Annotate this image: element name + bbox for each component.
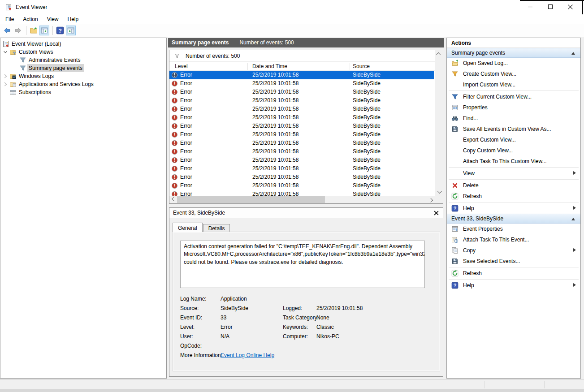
action-item-copy-custom-view[interactable]: Copy Custom View... — [447, 145, 580, 156]
action-item-view[interactable]: View — [447, 168, 580, 179]
action-item-import-custom-view[interactable]: Import Custom View... — [447, 79, 580, 90]
action-item-copy[interactable]: Copy — [447, 245, 580, 256]
event-row[interactable]: !Error25/2/2019 10:01:58SideBySide — [169, 190, 434, 196]
tree-item-event-viewer-local[interactable]: Event Viewer (Local) — [0, 40, 166, 48]
keywords-label: Keywords: — [283, 324, 316, 333]
tab-general[interactable]: General — [173, 223, 203, 232]
tree-item-summary-page-events[interactable]: Summary page events — [0, 64, 166, 72]
event-row[interactable]: !Error25/2/2019 10:01:58SideBySide — [169, 164, 434, 173]
action-item-export-custom-view[interactable]: Export Custom View... — [447, 134, 580, 145]
column-divider[interactable] — [247, 63, 248, 70]
event-row[interactable]: !Error25/2/2019 10:01:58SideBySide — [169, 105, 434, 113]
event-level-cell: Error — [180, 79, 192, 88]
event-log-online-help-link[interactable]: Event Log Online Help — [221, 352, 363, 362]
column-divider[interactable] — [350, 63, 350, 70]
vertical-scrollbar[interactable] — [435, 50, 443, 196]
action-item-create-custom-view[interactable]: Create Custom View... — [447, 69, 580, 79]
event-level-cell: Error — [180, 96, 192, 105]
scroll-down-button[interactable] — [435, 188, 443, 196]
event-row[interactable]: !Error25/2/2019 10:01:58SideBySide — [169, 130, 434, 139]
close-button[interactable] — [560, 0, 580, 13]
minimize-button[interactable] — [520, 0, 540, 13]
column-header-date[interactable]: Date and Time — [252, 62, 287, 71]
action-item-help[interactable]: ?Help — [447, 280, 580, 291]
action-item-find[interactable]: Find... — [447, 113, 580, 124]
action-item-save-all-events-in-custom-view-as[interactable]: Save All Events in Custom View As... — [447, 124, 580, 134]
scroll-up-button[interactable] — [435, 50, 443, 58]
close-details-icon[interactable] — [434, 211, 439, 215]
action-item-filter-current-custom-view[interactable]: Filter Current Custom View... — [447, 91, 580, 102]
event-row[interactable]: !Error25/2/2019 10:01:58SideBySide — [169, 139, 434, 147]
error-level-icon: ! — [172, 140, 177, 146]
export-log-button[interactable] — [29, 26, 39, 35]
action-item-help[interactable]: ?Help — [447, 203, 580, 214]
tree-item-applications-and-services-logs[interactable]: Applications and Services Logs — [0, 80, 166, 88]
forward-button[interactable] — [13, 26, 23, 35]
event-datetime-cell: 25/2/2019 10:01:58 — [252, 79, 298, 88]
action-item-save-selected-events[interactable]: Save Selected Events... — [447, 256, 580, 267]
titlebar: Event Viewer — [0, 0, 584, 14]
help-button[interactable]: ? — [55, 26, 65, 35]
action-item-event-properties[interactable]: Event Properties — [447, 224, 580, 234]
event-row[interactable]: !Error25/2/2019 10:01:58SideBySide — [169, 88, 434, 96]
event-source-cell: SideBySide — [353, 181, 381, 190]
expander-collapsed-icon[interactable] — [2, 81, 9, 87]
menu-action[interactable]: Action — [18, 15, 42, 24]
action-item-refresh[interactable]: Refresh — [447, 268, 580, 279]
expander-collapsed-icon[interactable] — [2, 73, 9, 79]
column-header-source[interactable]: Source — [353, 62, 370, 71]
horizontal-scrollbar[interactable] — [169, 196, 435, 203]
event-details-title: Event 33, SideBySide — [173, 210, 225, 216]
column-header-level[interactable]: Level — [175, 62, 188, 71]
event-details-pane: Event 33, SideBySide General Details Act… — [169, 207, 443, 377]
action-item-label: Copy — [463, 245, 476, 256]
scroll-left-button[interactable] — [169, 196, 177, 203]
computer-value: Nikos-PC — [316, 333, 363, 343]
tree-item-windows-logs[interactable]: Windows Logs — [0, 72, 166, 80]
event-fields: Log Name: Application Source: SideBySide… — [180, 296, 363, 362]
collapse-section-icon[interactable] — [571, 218, 575, 220]
filter-icon — [19, 65, 26, 72]
back-button[interactable] — [2, 26, 12, 35]
event-row[interactable]: !Error25/2/2019 10:01:58SideBySide — [169, 71, 434, 79]
tree-item-administrative-events[interactable]: Administrative Events — [0, 56, 166, 64]
collapse-section-icon[interactable] — [571, 52, 575, 55]
action-item-properties[interactable]: Properties — [447, 102, 580, 113]
menu-file[interactable]: File — [1, 15, 18, 24]
action-item-open-saved-log[interactable]: Open Saved Log... — [447, 58, 580, 69]
toggle-console-tree-button[interactable] — [39, 26, 49, 35]
event-datetime-cell: 25/2/2019 10:01:58 — [252, 105, 298, 113]
error-level-icon: ! — [172, 174, 177, 180]
event-description[interactable]: Activation context generation failed for… — [180, 241, 425, 288]
event-row[interactable]: !Error25/2/2019 10:01:58SideBySide — [169, 122, 434, 130]
event-row[interactable]: !Error25/2/2019 10:01:58SideBySide — [169, 96, 434, 105]
menu-view[interactable]: View — [43, 15, 63, 24]
tree-item-custom-views[interactable]: Custom Views — [0, 48, 166, 56]
event-row[interactable]: !Error25/2/2019 10:01:58SideBySide — [169, 156, 434, 164]
toggle-action-pane-button[interactable] — [66, 26, 76, 35]
action-item-attach-task-to-this-custom-view[interactable]: Attach Task To This Custom View... — [447, 156, 580, 167]
action-item-refresh[interactable]: Refresh — [447, 191, 580, 202]
folder-apps-icon — [9, 81, 17, 88]
event-row[interactable]: !Error25/2/2019 10:01:58SideBySide — [169, 147, 434, 156]
scroll-right-button[interactable] — [428, 196, 435, 203]
horizontal-scroll-thumb[interactable] — [177, 196, 325, 203]
event-row[interactable]: !Error25/2/2019 10:01:58SideBySide — [169, 181, 434, 190]
event-row[interactable]: !Error25/2/2019 10:01:58SideBySide — [169, 79, 434, 88]
actions-section-header-summary-page-events[interactable]: Summary page events — [447, 48, 580, 58]
tab-details[interactable]: Details — [203, 224, 230, 232]
event-datetime-cell: 25/2/2019 10:01:58 — [252, 113, 298, 122]
opcode-value — [221, 343, 283, 352]
expander-expanded-icon[interactable] — [2, 49, 9, 55]
logged-value: 25/2/2019 10:01:58 — [316, 305, 363, 314]
status-bar — [0, 379, 584, 389]
action-item-delete[interactable]: Delete — [447, 180, 580, 191]
menu-help[interactable]: Help — [63, 15, 83, 24]
event-row[interactable]: !Error25/2/2019 10:01:58SideBySide — [169, 173, 434, 181]
actions-section-header-event-33-sidebyside[interactable]: Event 33, SideBySide — [447, 214, 580, 224]
event-row[interactable]: !Error25/2/2019 10:01:58SideBySide — [169, 113, 434, 122]
event-source-cell: SideBySide — [353, 122, 381, 130]
tree-item-subscriptions[interactable]: Subscriptions — [0, 88, 166, 96]
action-item-attach-task-to-this-event[interactable]: Attach Task To This Event... — [447, 234, 580, 245]
maximize-button[interactable] — [540, 0, 560, 13]
